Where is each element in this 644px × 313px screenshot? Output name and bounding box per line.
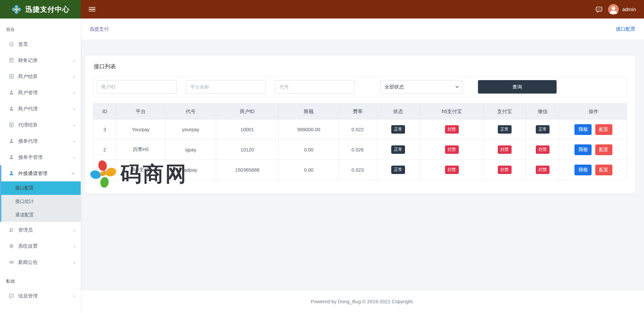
platform-name-input[interactable] [186,80,266,94]
config-button[interactable]: 配置 [595,165,612,175]
col-wechat: 微信 [526,104,560,119]
query-button[interactable]: 查询 [478,80,557,94]
col-limit: 限额 [279,104,339,119]
limit-button[interactable]: 限额 [574,124,592,135]
sidebar-item-message-management[interactable]: 信息管理› [0,288,81,304]
alipay-badge[interactable]: 封禁 [498,166,512,174]
h5-alipay-badge[interactable]: 封禁 [445,145,459,153]
col-platform: 平台 [116,104,165,119]
sidebar-item-merchant-agent[interactable]: 商户代理› [0,101,81,117]
page-title: 接口列表 [94,63,627,70]
col-rate: 费率 [339,104,376,119]
chevron-right-icon: › [73,122,75,128]
sidebar-item-merchant-settlement[interactable]: 商户结算› [0,68,81,84]
user-icon [9,106,14,111]
sidebar-item-news-announcements[interactable]: 新闻公告› [0,254,81,270]
config-button[interactable]: 配置 [595,144,612,155]
alipay-badge[interactable]: 正常 [498,125,512,133]
avatar[interactable] [608,4,619,15]
table-row: 1 AD支付 adpay 150365888 0.00 0.023 正常 封禁 … [93,160,627,180]
table-row: 2 四季H5 sjpay 10120 0.00 0.026 正常 封禁 封禁 封… [93,140,627,160]
chevron-down-icon [71,171,75,176]
main-area: 迅捷支付 接口配置 接口列表 全部状态 [81,19,644,313]
yen-icon [9,74,14,79]
sidebar-item-agent-settlement[interactable]: 代理结算› [0,117,81,133]
brand-area[interactable]: 迅捷支付中心 [0,0,81,19]
users-icon [9,227,14,233]
status-badge[interactable]: 正常 [391,125,405,133]
brand-title: 迅捷支付中心 [25,5,70,14]
chevron-right-icon: › [73,154,75,160]
sidebar-group-external-channels: 外接通道管理 接口配置 接口统计 通道配置 [0,165,81,222]
chevron-right-icon: › [73,58,75,63]
col-actions: 操作 [560,104,627,119]
chevron-right-icon: › [73,106,75,112]
sidebar-item-order-taker-management[interactable]: 接单手管理› [0,149,81,165]
sidebar-subitem-interface-stats[interactable]: 接口统计 [1,195,81,208]
yen-icon [9,122,14,128]
sidebar-item-finance-records[interactable]: 财务记录› [0,52,81,68]
limit-button[interactable]: 限额 [574,165,592,175]
sidebar-subitem-channel-config[interactable]: 通道配置 [1,208,81,222]
sidebar-item-home[interactable]: 首页 [0,36,81,52]
col-merchant-id: 商户ID [216,104,279,119]
chevron-right-icon: › [73,243,75,249]
breadcrumb-link-home[interactable]: 迅捷支付 [89,26,109,32]
chevron-right-icon: › [73,138,75,144]
gear-icon [9,243,14,249]
merchant-id-input[interactable] [97,80,177,94]
filter-bar: 全部状态 查询 [93,76,627,97]
top-bar-right: admin [595,4,636,15]
content-area: 接口列表 全部状态 查询 [81,39,644,290]
h5-alipay-badge[interactable]: 封禁 [445,166,459,174]
chevron-right-icon: › [73,74,75,79]
col-code: 代号 [165,104,216,119]
user-icon [9,171,14,176]
sidebar-subitem-interface-config[interactable]: 接口配置 [1,181,81,195]
col-status: 状态 [376,104,420,119]
sidebar-submenu: 接口配置 接口统计 通道配置 [1,181,81,222]
sidebar-item-order-agent[interactable]: 接单代理› [0,133,81,149]
status-badge[interactable]: 正常 [391,166,405,174]
interface-list-card: 接口列表 全部状态 查询 [85,56,635,194]
col-id: ID [93,104,116,119]
username-label[interactable]: admin [622,6,636,12]
sidebar-item-external-channel-management[interactable]: 外接通道管理 [1,165,81,181]
sidebar-item-system-settings[interactable]: 系统设置› [0,238,81,254]
sidebar-item-merchant-management[interactable]: 商户管理› [0,84,81,101]
sidebar-section-backend: 后台 [0,19,81,36]
chevron-right-icon: › [73,293,75,299]
file-icon [9,58,14,63]
interface-table: ID 平台 代号 商户ID 限额 费率 状态 h5支付宝 支付宝 微信 操作 [93,103,627,180]
bubble-icon [9,293,14,299]
wechat-badge[interactable]: 正常 [536,125,550,133]
top-bar-main: admin [81,0,644,19]
chevron-right-icon: › [73,259,75,265]
h5-alipay-badge[interactable]: 封禁 [445,125,459,133]
sidebar-section-messages: 私信 [0,270,81,288]
user-icon [9,138,14,144]
alipay-badge[interactable]: 封禁 [498,145,512,153]
status-select-wrap: 全部状态 [380,80,463,94]
wechat-badge[interactable]: 封禁 [536,166,550,174]
col-alipay: 支付宝 [484,104,526,119]
wechat-badge[interactable]: 封禁 [536,145,550,153]
breadcrumb-current-page-link[interactable]: 接口配置 [616,26,635,32]
code-input[interactable] [275,80,355,94]
sidebar: 后台 首页 财务记录› 商户结算› 商户管理› 商户代理› [0,19,81,313]
speaker-icon [9,259,14,265]
user-icon [9,154,14,160]
status-badge[interactable]: 正常 [391,145,405,153]
status-select[interactable]: 全部状态 [380,80,463,94]
messages-icon[interactable] [595,6,603,13]
footer: Powered by Dong_Bug © 2016-2021 Copyrigh… [81,290,644,313]
config-button[interactable]: 配置 [595,124,612,135]
col-h5-alipay: h5支付宝 [420,104,484,119]
limit-button[interactable]: 限额 [574,144,592,155]
sidebar-toggle-icon[interactable] [89,7,95,12]
brand-logo-icon [11,4,22,14]
top-bar: 迅捷支付中心 admin [0,0,644,19]
sidebar-item-administrators[interactable]: 管理员› [0,222,81,238]
chevron-right-icon: › [73,227,75,233]
breadcrumb: 迅捷支付 接口配置 [81,19,644,39]
